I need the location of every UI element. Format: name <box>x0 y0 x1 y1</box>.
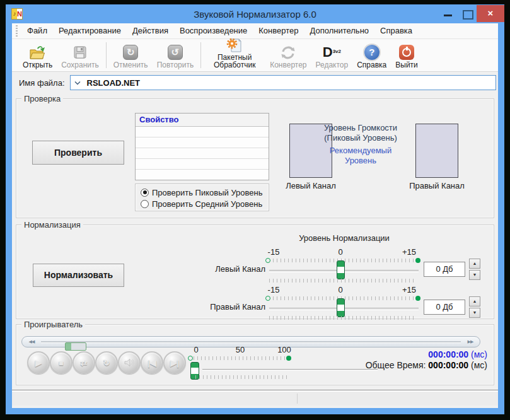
seek-handle[interactable] <box>65 342 86 351</box>
property-table: Свойство <box>135 113 269 180</box>
speaker-icon <box>124 358 135 368</box>
seek-back-icon[interactable]: ◀◀ <box>22 339 41 344</box>
close-button[interactable]: × <box>477 5 504 22</box>
normalization-level-title: Уровень Нормализации <box>224 233 464 243</box>
volume-slider-track[interactable] <box>202 369 378 371</box>
stop-button[interactable]: ■ <box>50 351 72 374</box>
right-channel-db-field[interactable]: 0 Дб <box>424 300 465 315</box>
window-title: Звуковой Нормализатор 6.0 <box>6 9 504 20</box>
menu-extra[interactable]: Дополнительно <box>304 23 374 38</box>
titlebar: ♪ N Звуковой Нормализатор 6.0 × <box>6 4 504 23</box>
menu-edit[interactable]: Редактирование <box>53 23 127 38</box>
seek-bar[interactable]: ◀◀ ▶▶ <box>21 336 480 347</box>
toolbar-label: Выйти <box>395 61 418 69</box>
id3-editor-icon: D3v2 <box>323 44 341 61</box>
check-mode-panel: Проверить Пиковый Уровень Проверить Сред… <box>135 184 269 211</box>
volume-scale-0: 0 <box>187 345 206 354</box>
right-channel-spin-down[interactable]: ▼ <box>469 308 480 318</box>
current-time-unit: (мс) <box>471 349 487 359</box>
volume-level-line2: (Пиковый Уровень) <box>311 133 410 143</box>
recommended-level-link-line2[interactable]: Уровень <box>311 156 410 166</box>
seek-groove[interactable] <box>41 341 461 343</box>
table-row <box>136 127 269 137</box>
shuffle-icon: ⇄ <box>81 358 88 368</box>
undo-button: ↻ Отменить <box>109 39 153 71</box>
previous-track-button[interactable]: |◀ <box>141 351 163 374</box>
slider-max-dot <box>415 258 420 263</box>
scale-mid-label: 0 <box>330 247 351 257</box>
menubar-gripper[interactable] <box>16 25 18 37</box>
open-button[interactable]: Открыть <box>18 39 57 71</box>
total-time-unit: (мс) <box>471 360 487 370</box>
table-row <box>136 159 269 170</box>
property-table-header: Свойство <box>136 114 269 127</box>
normalize-button[interactable]: Нормализовать <box>33 264 124 287</box>
check-group: Проверка Проверить Свойство Проверить Пи… <box>16 98 494 218</box>
menu-converter[interactable]: Конвертер <box>253 23 304 38</box>
toolbar-label: Отменить <box>113 61 148 69</box>
volume-level-info: Уровень Громкости (Пиковый Уровень) Реко… <box>311 123 410 166</box>
left-channel-label: Левый Канал <box>193 264 265 274</box>
seek-forward-icon[interactable]: ▶▶ <box>461 339 480 344</box>
converter-button: Конвертер <box>265 39 311 71</box>
minimize-button[interactable] <box>439 5 458 21</box>
open-folder-icon <box>29 44 46 61</box>
right-channel-slider-handle[interactable] <box>337 298 345 317</box>
converter-arrows-icon <box>280 44 296 61</box>
check-button[interactable]: Проверить <box>32 141 124 165</box>
player-group: Проигрыватель ◀◀ ▶▶ ▶ ■ ⇄ ↻ <box>16 324 494 385</box>
repeat-button[interactable]: ↻ <box>95 351 118 374</box>
toolbar-label: Открыть <box>23 61 52 69</box>
total-time-label: Общее Время: <box>366 360 426 370</box>
tick-strip <box>195 375 288 379</box>
scale-min-label: -15 <box>263 247 284 257</box>
time-display: 000:00:00 (мс) Общее Время: 000:00:00 (м… <box>366 349 487 371</box>
menu-file[interactable]: Файл <box>21 23 53 38</box>
left-channel-slider-handle[interactable] <box>337 260 345 279</box>
toolbar-label: Пакетный Обработчик <box>208 54 261 69</box>
toolbar: Открыть Сохранить ↻ Отменить <box>12 39 498 72</box>
editor-button: D3v2 Редактор <box>311 39 353 71</box>
toolbar-label: Повторить <box>157 61 194 69</box>
left-meter-label: Левый Канал <box>276 181 345 190</box>
exit-power-icon <box>399 44 414 61</box>
statusbar-divider <box>297 394 298 404</box>
radio-peak-level[interactable]: Проверить Пиковый Уровень <box>141 187 269 198</box>
window-controls: × <box>439 4 504 22</box>
next-track-button[interactable]: ▶| <box>163 351 186 374</box>
volume-scale-100: 100 <box>275 345 294 354</box>
exit-button[interactable]: Выйти <box>391 39 422 71</box>
help-button[interactable]: ? Справка <box>352 39 391 71</box>
recommended-level-link-line1[interactable]: Рекомендуемый <box>311 146 410 156</box>
save-floppy-icon <box>73 44 87 61</box>
maximize-button[interactable] <box>458 5 477 21</box>
file-name-label: Имя файла: <box>19 78 65 88</box>
play-button[interactable]: ▶ <box>27 351 50 374</box>
redo-arrow-icon: ↺ <box>168 44 183 61</box>
file-name-combobox[interactable]: RSLOAD.NET <box>70 75 496 90</box>
menu-actions[interactable]: Действия <box>127 23 174 38</box>
screenshot-root: ♪ N Звуковой Нормализатор 6.0 × Файл Ред… <box>0 0 510 420</box>
left-channel-db-field[interactable]: 0 Дб <box>424 262 465 277</box>
volume-button[interactable] <box>118 351 141 374</box>
left-channel-spin-down[interactable]: ▼ <box>469 270 480 280</box>
current-time: 000:00:00 <box>428 349 468 359</box>
table-row <box>136 148 269 159</box>
slider-min-dot <box>265 296 270 301</box>
toolbar-separator <box>200 42 201 68</box>
radio-average-level[interactable]: Проверить Средний Уровень <box>141 198 269 209</box>
statusbar <box>12 391 498 405</box>
scale-max-label: +15 <box>398 285 420 295</box>
undo-arrow-icon: ↻ <box>123 44 138 61</box>
chevron-down-icon[interactable] <box>74 81 81 85</box>
next-track-icon: ▶| <box>170 358 179 368</box>
left-channel-spin-up[interactable]: ▲ <box>469 259 480 269</box>
right-channel-spin-up[interactable]: ▲ <box>469 296 480 306</box>
batch-processor-button[interactable]: Пакетный Обработчик <box>204 39 265 71</box>
shuffle-button[interactable]: ⇄ <box>72 351 95 374</box>
player-group-title: Проигрыватель <box>21 320 85 329</box>
menu-playback[interactable]: Воспроизведение <box>174 23 253 38</box>
menu-help[interactable]: Справка <box>374 23 418 38</box>
save-button: Сохранить <box>57 39 103 71</box>
scale-min-label: -15 <box>263 285 284 295</box>
